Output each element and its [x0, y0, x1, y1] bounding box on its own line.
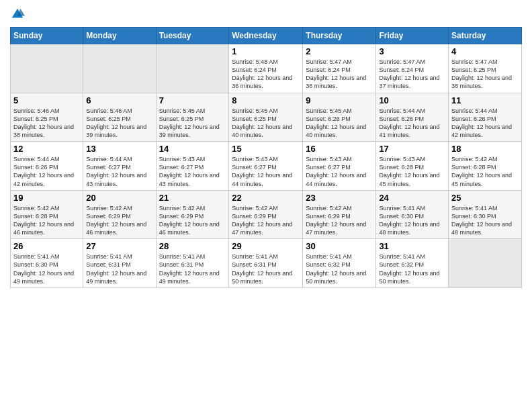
day-info: Sunrise: 5:41 AMSunset: 6:31 PMDaylight:… — [86, 253, 146, 284]
day-number: 20 — [86, 193, 152, 203]
calendar-cell: 24Sunrise: 5:41 AMSunset: 6:30 PMDayligh… — [376, 190, 449, 239]
weekday-header: Friday — [376, 28, 449, 44]
weekday-header: Sunday — [11, 28, 83, 44]
weekday-header: Wednesday — [229, 28, 303, 44]
calendar-cell: 8Sunrise: 5:45 AMSunset: 6:25 PMDaylight… — [229, 93, 303, 142]
day-number: 1 — [232, 46, 300, 56]
calendar-cell: 18Sunrise: 5:42 AMSunset: 6:28 PMDayligh… — [449, 142, 522, 191]
day-number: 13 — [86, 144, 152, 154]
day-number: 27 — [86, 241, 152, 251]
logo-icon — [10, 7, 25, 21]
calendar-week-row: 12Sunrise: 5:44 AMSunset: 6:26 PMDayligh… — [11, 142, 522, 191]
calendar: SundayMondayTuesdayWednesdayThursdayFrid… — [10, 27, 522, 288]
day-info: Sunrise: 5:42 AMSunset: 6:28 PMDaylight:… — [13, 205, 74, 236]
day-number: 21 — [159, 193, 226, 203]
calendar-cell: 5Sunrise: 5:46 AMSunset: 6:25 PMDaylight… — [11, 93, 83, 142]
calendar-cell: 11Sunrise: 5:44 AMSunset: 6:26 PMDayligh… — [449, 93, 522, 142]
calendar-week-row: 19Sunrise: 5:42 AMSunset: 6:28 PMDayligh… — [11, 190, 522, 239]
day-info: Sunrise: 5:41 AMSunset: 6:32 PMDaylight:… — [306, 253, 366, 284]
header — [10, 7, 522, 21]
day-number: 10 — [379, 95, 445, 105]
calendar-cell: 2Sunrise: 5:47 AMSunset: 6:24 PMDaylight… — [303, 44, 376, 93]
calendar-cell: 4Sunrise: 5:47 AMSunset: 6:25 PMDaylight… — [449, 44, 522, 93]
day-info: Sunrise: 5:44 AMSunset: 6:27 PMDaylight:… — [86, 156, 146, 187]
calendar-cell: 3Sunrise: 5:47 AMSunset: 6:24 PMDaylight… — [376, 44, 449, 93]
calendar-cell: 28Sunrise: 5:41 AMSunset: 6:31 PMDayligh… — [156, 239, 229, 288]
weekday-header: Monday — [83, 28, 156, 44]
weekday-header: Saturday — [449, 28, 522, 44]
day-number: 29 — [232, 241, 300, 251]
calendar-cell: 6Sunrise: 5:46 AMSunset: 6:25 PMDaylight… — [83, 93, 156, 142]
day-number: 2 — [306, 46, 373, 56]
day-info: Sunrise: 5:42 AMSunset: 6:29 PMDaylight:… — [86, 205, 146, 236]
calendar-cell: 31Sunrise: 5:41 AMSunset: 6:32 PMDayligh… — [376, 239, 449, 288]
day-number: 16 — [306, 144, 373, 154]
calendar-cell: 23Sunrise: 5:42 AMSunset: 6:29 PMDayligh… — [303, 190, 376, 239]
day-number: 9 — [306, 95, 373, 105]
calendar-cell: 25Sunrise: 5:41 AMSunset: 6:30 PMDayligh… — [449, 190, 522, 239]
day-info: Sunrise: 5:45 AMSunset: 6:25 PMDaylight:… — [159, 107, 220, 138]
logo — [10, 7, 26, 21]
day-info: Sunrise: 5:41 AMSunset: 6:32 PMDaylight:… — [379, 253, 439, 284]
calendar-cell: 26Sunrise: 5:41 AMSunset: 6:30 PMDayligh… — [11, 239, 83, 288]
day-info: Sunrise: 5:45 AMSunset: 6:26 PMDaylight:… — [306, 107, 366, 138]
day-info: Sunrise: 5:41 AMSunset: 6:31 PMDaylight:… — [232, 253, 292, 284]
day-info: Sunrise: 5:41 AMSunset: 6:30 PMDaylight:… — [451, 205, 512, 236]
page: SundayMondayTuesdayWednesdayThursdayFrid… — [0, 0, 532, 411]
day-number: 4 — [451, 46, 519, 56]
calendar-week-row: 5Sunrise: 5:46 AMSunset: 6:25 PMDaylight… — [11, 93, 522, 142]
calendar-cell: 30Sunrise: 5:41 AMSunset: 6:32 PMDayligh… — [303, 239, 376, 288]
day-info: Sunrise: 5:42 AMSunset: 6:29 PMDaylight:… — [306, 205, 366, 236]
day-info: Sunrise: 5:41 AMSunset: 6:30 PMDaylight:… — [379, 205, 439, 236]
day-info: Sunrise: 5:44 AMSunset: 6:26 PMDaylight:… — [379, 107, 439, 138]
day-number: 8 — [232, 95, 300, 105]
day-number: 28 — [159, 241, 226, 251]
calendar-cell: 15Sunrise: 5:43 AMSunset: 6:27 PMDayligh… — [229, 142, 303, 191]
calendar-cell — [83, 44, 156, 93]
day-info: Sunrise: 5:47 AMSunset: 6:24 PMDaylight:… — [379, 58, 439, 89]
day-number: 26 — [13, 241, 80, 251]
calendar-cell — [156, 44, 229, 93]
calendar-cell: 17Sunrise: 5:43 AMSunset: 6:28 PMDayligh… — [376, 142, 449, 191]
day-info: Sunrise: 5:48 AMSunset: 6:24 PMDaylight:… — [232, 58, 292, 89]
day-number: 19 — [13, 193, 80, 203]
day-number: 17 — [379, 144, 445, 154]
calendar-cell: 20Sunrise: 5:42 AMSunset: 6:29 PMDayligh… — [83, 190, 156, 239]
calendar-cell — [449, 239, 522, 288]
day-number: 25 — [451, 193, 519, 203]
calendar-cell: 21Sunrise: 5:42 AMSunset: 6:29 PMDayligh… — [156, 190, 229, 239]
calendar-cell: 16Sunrise: 5:43 AMSunset: 6:27 PMDayligh… — [303, 142, 376, 191]
calendar-cell: 14Sunrise: 5:43 AMSunset: 6:27 PMDayligh… — [156, 142, 229, 191]
day-number: 22 — [232, 193, 300, 203]
day-info: Sunrise: 5:43 AMSunset: 6:28 PMDaylight:… — [379, 156, 439, 187]
day-info: Sunrise: 5:44 AMSunset: 6:26 PMDaylight:… — [13, 156, 74, 187]
calendar-week-row: 1Sunrise: 5:48 AMSunset: 6:24 PMDaylight… — [11, 44, 522, 93]
calendar-cell: 13Sunrise: 5:44 AMSunset: 6:27 PMDayligh… — [83, 142, 156, 191]
day-number: 5 — [13, 95, 80, 105]
day-number: 23 — [306, 193, 373, 203]
day-info: Sunrise: 5:45 AMSunset: 6:25 PMDaylight:… — [232, 107, 292, 138]
day-number: 12 — [13, 144, 80, 154]
day-info: Sunrise: 5:42 AMSunset: 6:29 PMDaylight:… — [232, 205, 292, 236]
calendar-cell: 19Sunrise: 5:42 AMSunset: 6:28 PMDayligh… — [11, 190, 83, 239]
weekday-header: Thursday — [303, 28, 376, 44]
calendar-cell: 7Sunrise: 5:45 AMSunset: 6:25 PMDaylight… — [156, 93, 229, 142]
day-info: Sunrise: 5:42 AMSunset: 6:28 PMDaylight:… — [451, 156, 512, 187]
calendar-cell: 12Sunrise: 5:44 AMSunset: 6:26 PMDayligh… — [11, 142, 83, 191]
calendar-cell: 9Sunrise: 5:45 AMSunset: 6:26 PMDaylight… — [303, 93, 376, 142]
calendar-cell — [11, 44, 83, 93]
day-info: Sunrise: 5:43 AMSunset: 6:27 PMDaylight:… — [159, 156, 220, 187]
weekday-header-row: SundayMondayTuesdayWednesdayThursdayFrid… — [11, 28, 522, 44]
day-number: 15 — [232, 144, 300, 154]
day-number: 11 — [451, 95, 519, 105]
day-info: Sunrise: 5:43 AMSunset: 6:27 PMDaylight:… — [306, 156, 366, 187]
day-number: 18 — [451, 144, 519, 154]
day-number: 3 — [379, 46, 445, 56]
calendar-cell: 1Sunrise: 5:48 AMSunset: 6:24 PMDaylight… — [229, 44, 303, 93]
day-number: 14 — [159, 144, 226, 154]
day-info: Sunrise: 5:41 AMSunset: 6:30 PMDaylight:… — [13, 253, 74, 284]
day-info: Sunrise: 5:41 AMSunset: 6:31 PMDaylight:… — [159, 253, 220, 284]
day-number: 7 — [159, 95, 226, 105]
calendar-cell: 29Sunrise: 5:41 AMSunset: 6:31 PMDayligh… — [229, 239, 303, 288]
weekday-header: Tuesday — [156, 28, 229, 44]
